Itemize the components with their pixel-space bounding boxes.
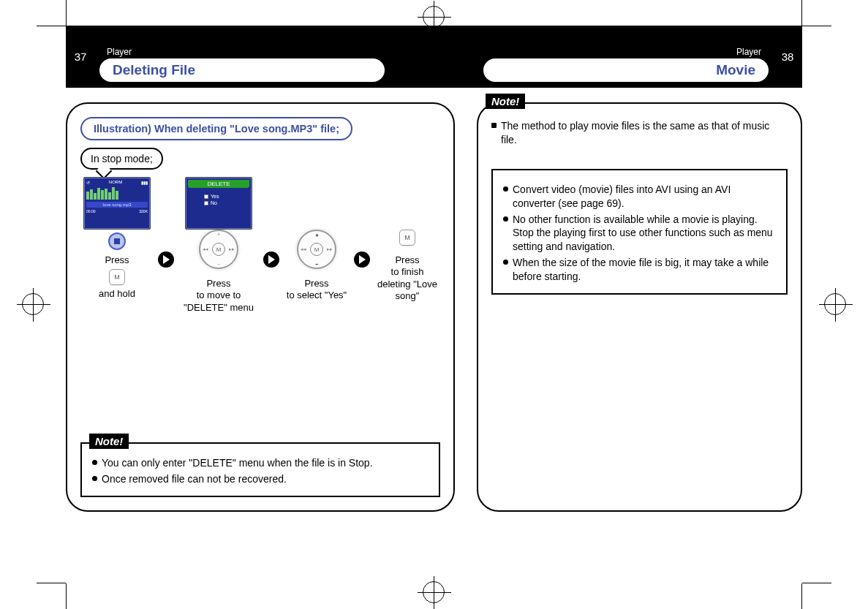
- note-box: Note! You can only enter "DELETE" menu w…: [80, 442, 440, 497]
- page-number-right: 38: [773, 50, 802, 63]
- step-move-to-delete: DELETE Yes No +−◂◂▸▸ M Press t: [178, 177, 259, 314]
- m-button-icon: M: [399, 230, 415, 246]
- note-text: Convert video (movie) files into AVI usi…: [513, 183, 776, 211]
- step-sequence: ↺ NORM ▮▮▮ love song.mp3 00:00 320K: [80, 177, 440, 314]
- content-row: Illustration) When deleting "Love song.M…: [66, 88, 802, 512]
- crop-mark: [37, 26, 66, 26]
- note-list: You can only enter "DELETE" menu when th…: [92, 456, 429, 486]
- no-label: No: [211, 200, 217, 205]
- category-label: Player: [95, 47, 434, 57]
- time-elapsed: 00:00: [86, 209, 96, 213]
- control-pad-icon: +−◂◂▸▸ M: [199, 230, 238, 269]
- crop-mark: [801, 0, 802, 26]
- note-text: Once removed file can not be recovered.: [102, 472, 287, 486]
- arrow-right-icon: [158, 251, 174, 268]
- page-title-left: Deleting File: [99, 58, 385, 82]
- stop-mode-bubble: In stop mode;: [80, 148, 163, 170]
- step-select-yes: ＋−◂◂▸▸ M Press to select "Yes": [284, 177, 350, 302]
- press-label: Press: [304, 278, 328, 289]
- note-item: When the size of the movie file is big, …: [503, 256, 776, 284]
- note-text: No other function is available while a m…: [513, 213, 776, 254]
- option-no: No: [204, 200, 233, 205]
- category-label: Player: [725, 47, 773, 57]
- note-item: Once removed file can not be recovered.: [92, 472, 429, 486]
- crop-mark: [802, 26, 831, 26]
- crop-mark: [37, 583, 66, 583]
- step-caption: Press M and hold: [99, 254, 135, 300]
- header-right: Player Movie: [434, 26, 774, 88]
- equalizer-icon: [86, 186, 148, 200]
- pad-center-m: M: [310, 243, 323, 256]
- crop-mark: [66, 0, 67, 26]
- arrow-right-icon: [263, 251, 279, 268]
- registration-mark-icon: [423, 6, 445, 28]
- intro-list: The method to play movie files is the sa…: [491, 119, 788, 147]
- press-label: Press: [206, 278, 230, 289]
- arrow-right-icon: [354, 251, 370, 268]
- registration-mark-icon: [423, 581, 445, 603]
- step-desc: to select "Yes": [287, 290, 347, 300]
- step-desc: to finish deleting "Love song": [377, 266, 437, 301]
- stop-icon: [108, 232, 126, 250]
- note-item: You can only enter "DELETE" menu when th…: [92, 456, 429, 470]
- bitrate-label: 320K: [139, 209, 148, 213]
- repeat-icon: ↺: [86, 180, 90, 185]
- panel-movie: The method to play movie files is the sa…: [477, 102, 802, 512]
- intro-item: The method to play movie files is the sa…: [491, 119, 788, 147]
- crop-mark: [801, 583, 802, 609]
- press-label: Press: [105, 254, 129, 265]
- step-finish: M Press to finish deleting "Love song": [374, 177, 440, 302]
- page-number-left: 37: [66, 50, 95, 63]
- note-text: When the size of the movie file is big, …: [513, 256, 776, 284]
- registration-mark-icon: [824, 293, 846, 315]
- page-title-right: Movie: [483, 58, 769, 82]
- note-list: Convert video (movie) files into AVI usi…: [503, 183, 776, 284]
- note-item: No other function is available while a m…: [503, 213, 776, 254]
- note-tag: Note!: [486, 94, 525, 109]
- control-pad-icon: ＋−◂◂▸▸ M: [297, 230, 336, 269]
- page-spread: 37 Player Deleting File Player Movie 38 …: [66, 26, 802, 583]
- illustration-label: Illustration) When deleting "Love song.M…: [80, 117, 352, 140]
- registration-mark-icon: [22, 293, 44, 315]
- pad-center-m: M: [212, 243, 225, 256]
- sheet: 37 Player Deleting File Player Movie 38 …: [0, 0, 868, 609]
- device-screen-player: ↺ NORM ▮▮▮ love song.mp3 00:00 320K: [83, 177, 151, 230]
- crop-mark: [802, 583, 831, 583]
- device-screen-delete-menu: DELETE Yes No: [185, 177, 252, 230]
- step-caption: Press to select "Yes": [287, 278, 347, 302]
- note-box: Note! Convert video (movie) files into A…: [491, 169, 788, 295]
- note-tag: Note!: [89, 434, 129, 449]
- crop-mark: [66, 583, 67, 609]
- intro-text: The method to play movie files is the sa…: [501, 119, 788, 147]
- hold-label: and hold: [99, 288, 135, 299]
- step-press-hold: ↺ NORM ▮▮▮ love song.mp3 00:00 320K: [80, 177, 154, 300]
- note-text: You can only enter "DELETE" menu when th…: [102, 456, 373, 470]
- song-title: love song.mp3: [86, 202, 148, 208]
- eq-label: NORM: [109, 180, 122, 185]
- step-caption: Press to finish deleting "Love song": [374, 254, 440, 302]
- note-item: Convert video (movie) files into AVI usi…: [503, 183, 776, 211]
- header-left: Player Deleting File: [95, 26, 434, 88]
- yes-label: Yes: [211, 194, 219, 199]
- m-button-icon: M: [109, 269, 125, 285]
- step-caption: Press to move to "DELETE" menu: [178, 278, 259, 314]
- delete-header: DELETE: [188, 180, 249, 188]
- panel-deleting-file: Illustration) When deleting "Love song.M…: [66, 102, 455, 512]
- press-label: Press: [395, 254, 419, 265]
- battery-icon: ▮▮▮: [141, 180, 148, 185]
- option-yes: Yes: [204, 194, 233, 199]
- header-bar: 37 Player Deleting File Player Movie 38: [66, 26, 802, 88]
- step-desc: to move to "DELETE" menu: [184, 290, 254, 312]
